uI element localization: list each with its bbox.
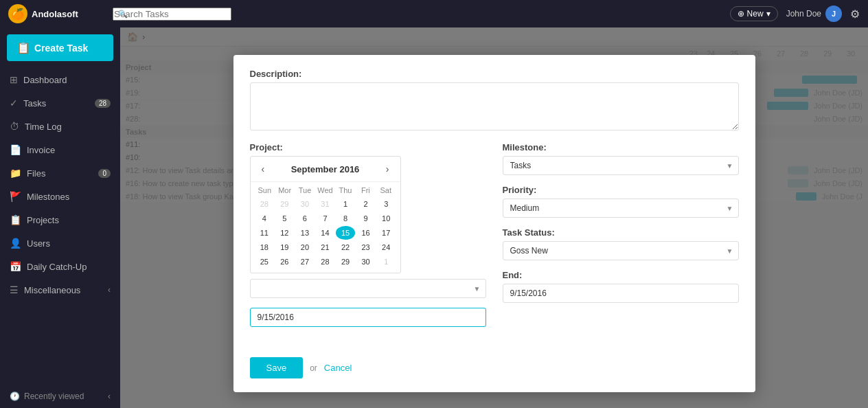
- cancel-button[interactable]: Cancel: [324, 363, 352, 373]
- cal-day[interactable]: 31: [315, 197, 335, 211]
- modal-overlay: Description: Project: ‹ September 2016: [120, 27, 868, 408]
- cal-day[interactable]: 10: [376, 212, 396, 225]
- cal-day[interactable]: 30: [356, 255, 376, 269]
- sidebar-item-tasks[interactable]: ✓ Tasks 28: [0, 91, 120, 115]
- milestone-select[interactable]: Tasks: [503, 156, 739, 175]
- sidebar-item-files[interactable]: 📁 Files 0: [0, 161, 120, 185]
- project-select-wrap: [250, 279, 486, 298]
- start-date-group: [250, 308, 486, 327]
- cal-day[interactable]: 24: [376, 240, 396, 254]
- sidebar-menu: ⊞ Dashboard ✓ Tasks 28 ⏱ Time Log 📄 Invo…: [0, 68, 120, 385]
- priority-select[interactable]: LowMediumHigh: [503, 199, 739, 218]
- cal-day[interactable]: 9: [356, 212, 376, 225]
- start-date-input[interactable]: [250, 308, 486, 327]
- gear-icon[interactable]: ⚙: [850, 8, 860, 21]
- sidebar-item-miscellaneous[interactable]: ☰ Miscellaneous ‹: [0, 278, 120, 302]
- modal-right-col: Milestone: Tasks Priority: LowMediumHigh: [503, 142, 739, 337]
- cal-day[interactable]: 27: [295, 255, 315, 269]
- cal-day[interactable]: 11: [255, 226, 275, 240]
- cal-next-button[interactable]: ›: [382, 162, 393, 176]
- cal-day[interactable]: 12: [275, 226, 295, 240]
- cal-day[interactable]: 19: [275, 240, 295, 254]
- cal-day[interactable]: 5: [275, 212, 295, 225]
- sidebar-item-invoice[interactable]: 📄 Invoice: [0, 138, 120, 161]
- sidebar-item-milestones[interactable]: 🚩 Milestones: [0, 185, 120, 208]
- files-badge: 0: [98, 169, 111, 178]
- task-status-select[interactable]: Goss NewIn ProgressDone: [503, 241, 739, 260]
- new-button[interactable]: ⊕ New ▾: [730, 6, 778, 21]
- cal-day[interactable]: 18: [255, 240, 275, 254]
- cal-prev-button[interactable]: ‹: [258, 162, 269, 176]
- save-button[interactable]: Save: [250, 357, 304, 378]
- cal-day[interactable]: 1: [376, 255, 396, 269]
- sidebar-item-label: Time Log: [25, 122, 62, 132]
- milestone-select-wrap: Tasks: [503, 156, 739, 175]
- cal-day[interactable]: 4: [255, 212, 275, 225]
- main-area: 🏠 › 2324 25 26 27 28 29 30 Project #15: …: [120, 27, 868, 408]
- cal-day[interactable]: 14: [315, 226, 335, 240]
- modal-left-col: Project: ‹ September 2016 ›: [250, 142, 486, 337]
- invoice-icon: 📄: [10, 144, 21, 155]
- sidebar-item-label: Milestones: [27, 192, 69, 202]
- task-status-select-wrap: Goss NewIn ProgressDone: [503, 241, 739, 260]
- sidebar-item-label: Dashboard: [23, 75, 67, 85]
- sidebar-item-dashboard[interactable]: ⊞ Dashboard: [0, 68, 120, 91]
- cal-day[interactable]: 29: [275, 197, 295, 211]
- new-plus-icon: ⊕: [738, 9, 744, 19]
- projects-icon: 📋: [10, 214, 21, 225]
- search-wrap: 🔍: [113, 8, 231, 21]
- sidebar-item-label: Invoice: [27, 145, 55, 155]
- cal-day[interactable]: 3: [376, 197, 396, 211]
- cal-day[interactable]: 6: [295, 212, 315, 225]
- cal-day[interactable]: 2: [356, 197, 376, 211]
- modal-main-row: Project: ‹ September 2016 ›: [250, 142, 739, 337]
- cal-day[interactable]: 21: [315, 240, 335, 254]
- end-date-input[interactable]: [503, 284, 739, 303]
- cal-day[interactable]: 30: [295, 197, 315, 211]
- misc-icon: ☰: [10, 284, 19, 295]
- cal-day[interactable]: 13: [295, 226, 315, 240]
- cal-day[interactable]: 20: [295, 240, 315, 254]
- cal-day[interactable]: 28: [255, 197, 275, 211]
- sidebar-item-timelog[interactable]: ⏱ Time Log: [0, 115, 120, 138]
- avatar: J: [825, 5, 842, 22]
- cal-day[interactable]: 8: [336, 212, 356, 225]
- search-icon: 🔍: [118, 10, 128, 19]
- cal-day[interactable]: 22: [336, 240, 356, 254]
- user-menu[interactable]: John Doe J: [786, 5, 842, 22]
- sidebar-item-users[interactable]: 👤 Users: [0, 231, 120, 255]
- milestones-icon: 🚩: [10, 191, 21, 202]
- cal-day[interactable]: 1: [336, 197, 356, 211]
- task-status-group: Task Status: Goss NewIn ProgressDone: [503, 227, 739, 260]
- cal-day[interactable]: 7: [315, 212, 335, 225]
- cal-day[interactable]: 28: [315, 255, 335, 269]
- cal-day[interactable]: 23: [356, 240, 376, 254]
- dailycatchup-icon: 📅: [10, 261, 21, 272]
- project-select[interactable]: [250, 279, 486, 298]
- cal-day[interactable]: 29: [336, 255, 356, 269]
- app-name: Andolasoft: [32, 9, 78, 19]
- sidebar-item-label: Daily Catch-Up: [27, 262, 87, 272]
- cal-day[interactable]: 25: [255, 255, 275, 269]
- logo-icon: 🍊: [8, 4, 27, 23]
- description-input[interactable]: [250, 82, 739, 131]
- recently-viewed-arrow: ‹: [108, 392, 111, 401]
- new-chevron-icon: ▾: [766, 9, 770, 19]
- cal-day[interactable]: 26: [275, 255, 295, 269]
- create-task-button[interactable]: 📋 Create Task: [7, 34, 113, 61]
- recently-viewed[interactable]: 🕐 Recently viewed ‹: [0, 385, 120, 408]
- cal-day[interactable]: 16: [356, 226, 376, 240]
- cal-day-selected[interactable]: 15: [336, 226, 356, 240]
- or-label: or: [310, 363, 317, 373]
- tasks-icon: ✓: [10, 98, 18, 109]
- topbar-right: ⊕ New ▾ John Doe J ⚙: [730, 5, 860, 22]
- sidebar-item-dailycatchup[interactable]: 📅 Daily Catch-Up: [0, 255, 120, 278]
- cal-day[interactable]: 17: [376, 226, 396, 240]
- project-group: Project: ‹ September 2016 ›: [250, 142, 486, 298]
- sidebar-item-label: Tasks: [23, 98, 46, 109]
- sidebar-item-projects[interactable]: 📋 Projects: [0, 208, 120, 231]
- search-input[interactable]: [113, 8, 231, 21]
- create-task-icon: 📋: [16, 41, 30, 54]
- create-task-modal: Description: Project: ‹ September 2016: [233, 55, 755, 392]
- topbar: 🍊 Andolasoft 🔍 ⊕ New ▾ John Doe J ⚙: [0, 0, 868, 27]
